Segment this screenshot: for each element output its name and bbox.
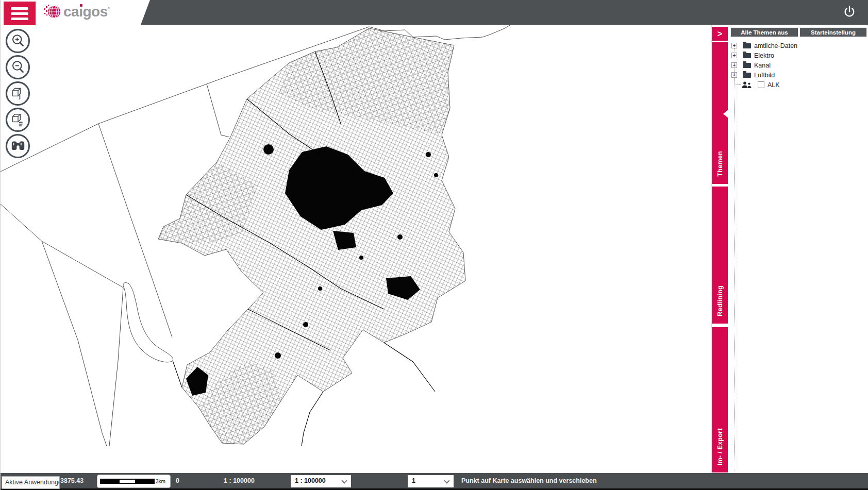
svg-text:j: j (18, 93, 20, 99)
logout-power-button[interactable] (842, 5, 857, 21)
start-settings-button[interactable]: Starteinstellung (799, 27, 867, 37)
active-applications-tooltip: Aktive Anwendungen (2, 476, 60, 489)
caigos-gis-app: caıgos° (0, 0, 868, 490)
scalebar-graphic (100, 479, 155, 484)
tab-redlining[interactable]: Redlining (712, 187, 728, 324)
header-bar: caıgos° (1, 0, 868, 25)
main-menu-button[interactable] (4, 2, 36, 25)
magnifier-minus-icon (8, 57, 28, 78)
object-info-button[interactable]: j (6, 81, 30, 106)
cube-list-icon (8, 110, 28, 130)
tree-node-amtliche-daten[interactable]: + amtliche-Daten (729, 41, 868, 50)
expand-plus-icon[interactable]: + (731, 62, 737, 68)
tree-guide-line (734, 44, 735, 470)
brand-i-dot (80, 4, 82, 7)
folder-icon (743, 43, 751, 48)
chevron-down-icon (341, 478, 347, 483)
side-tabstrip: > Themen Redlining Im- / Export (712, 25, 729, 473)
folder-icon (743, 63, 751, 68)
zoom-out-button[interactable] (6, 55, 30, 79)
tree-node-alk[interactable]: ALK (729, 80, 868, 90)
coordinate-readout: 3875.43 (60, 477, 84, 484)
chevron-down-icon (444, 478, 449, 483)
object-list-button[interactable] (6, 108, 30, 132)
tree-node-elektro[interactable]: + Elektro (729, 50, 868, 60)
brand-name: caıgos° (63, 4, 110, 20)
status-bar: 3875.43 Aktive Anwendungen 3km 0 1 : 100… (1, 473, 868, 490)
binoculars-icon (8, 136, 28, 157)
themes-panel: Alle Themen aus Starteinstellung + amtli… (729, 25, 868, 473)
hamburger-icon (11, 7, 28, 10)
scale-select[interactable]: 1 : 100000 (291, 475, 351, 487)
power-icon (842, 5, 857, 21)
users-icon (741, 81, 753, 89)
folder-icon (743, 53, 751, 58)
layer-tree: + amtliche-Daten + Elektro + Kanal + Luf… (729, 41, 868, 471)
tab-im-export[interactable]: Im- / Export (712, 327, 728, 472)
panel-collapse-button[interactable]: > (712, 27, 728, 41)
scalebar-widget: 3km (97, 475, 171, 488)
scalebar-distance-label: 3km (156, 479, 165, 484)
search-button[interactable] (6, 134, 30, 158)
current-scale-label: 1 : 100000 (213, 477, 265, 484)
alk-layer-checkbox[interactable] (758, 81, 764, 88)
globe-icon (44, 3, 61, 21)
zoom-in-button[interactable] (6, 29, 30, 53)
layer-select[interactable]: 1 (408, 475, 454, 487)
map-hint-text: Punkt auf Karte auswählen und verschiebe… (461, 477, 597, 484)
rotation-readout: 0 (176, 477, 179, 484)
expand-plus-icon[interactable]: + (731, 43, 737, 48)
magnifier-plus-icon (8, 31, 28, 52)
tree-node-kanal[interactable]: + Kanal (729, 60, 868, 70)
active-tab-marker (723, 109, 729, 119)
map-canvas[interactable] (1, 25, 712, 473)
trademark-symbol: ° (108, 6, 110, 12)
cube-info-icon: j (8, 83, 28, 104)
tree-node-luftbild[interactable]: + Luftbild (729, 70, 868, 80)
tree-elbow-line (734, 85, 741, 85)
chevron-right-icon: > (717, 29, 722, 39)
map-toolbar: j (6, 29, 30, 158)
all-themes-off-button[interactable]: Alle Themen aus (730, 27, 798, 37)
map-viewport: j (1, 25, 712, 473)
caigos-logo: caıgos° (44, 3, 110, 21)
folder-icon (743, 73, 751, 78)
expand-plus-icon[interactable]: + (731, 72, 737, 78)
expand-plus-icon[interactable]: + (731, 53, 737, 58)
